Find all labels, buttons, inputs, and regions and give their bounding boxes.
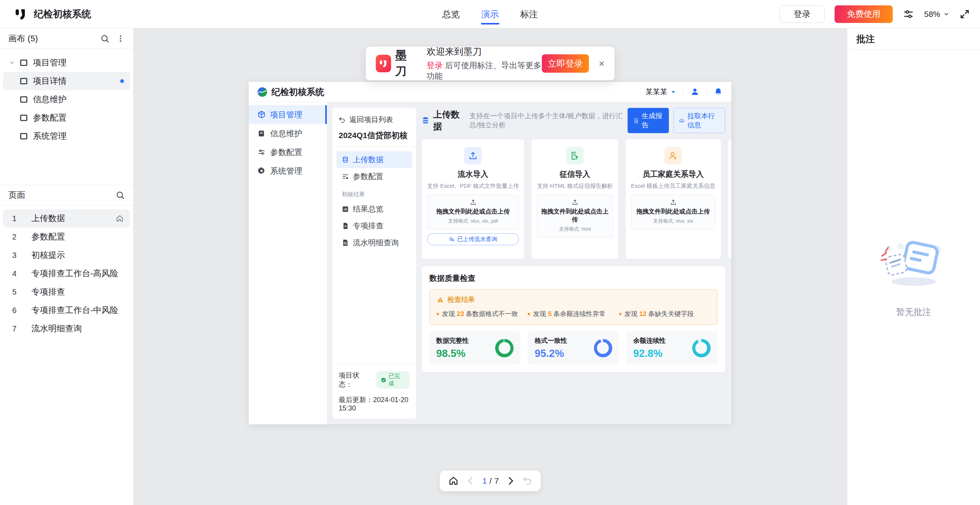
presentation-canvas: 墨刀 欢迎来到墨刀 登录 后可使用标注、导出等更多功能 立即登录 × 纪检初核系… xyxy=(134,28,847,505)
upload-icon xyxy=(572,199,578,205)
issue-item: 发现 23 条数据格式不一致 xyxy=(437,310,528,318)
subnav-result-overview[interactable]: 结果总览 xyxy=(336,200,412,217)
generate-report-button[interactable]: 生成报告 xyxy=(628,108,669,133)
cloud-download-icon xyxy=(679,117,684,124)
dropzone-family[interactable]: 拖拽文件到此处或点击上传 支持格式: xlsx, xls xyxy=(631,195,716,230)
subnav-label: 流水明细查询 xyxy=(353,238,399,248)
comments-title: 批注 xyxy=(847,28,980,50)
tree-item-project-mgmt[interactable]: 项目管理 xyxy=(3,54,130,72)
free-use-button[interactable]: 免费使用 xyxy=(835,5,893,23)
back-to-projects[interactable]: 返回项目列表 xyxy=(339,115,410,125)
page-item-2[interactable]: 2 参数配置 xyxy=(3,228,130,246)
subnav-param-config[interactable]: 参数配置 xyxy=(336,168,412,185)
tree-item-label: 项目详情 xyxy=(33,75,67,87)
tree-item-label: 项目管理 xyxy=(33,57,67,68)
tab-present[interactable]: 演示 xyxy=(481,0,499,28)
nav-info-maint[interactable]: 信息维护 xyxy=(249,124,327,143)
current-page: 1 xyxy=(482,476,487,485)
subnav-label: 专项排查 xyxy=(353,221,383,231)
tree-item-project-detail[interactable]: 项目详情 xyxy=(3,72,130,90)
metric-label: 数据完整性 xyxy=(436,336,469,345)
nav-sys-mgmt[interactable]: 系统管理 xyxy=(249,161,327,180)
page-item-5[interactable]: 5 专项排查 xyxy=(3,283,130,301)
dropzone-flow[interactable]: 拖拽文件到此处或点击上传 支持格式: xlsx, xls, pdf xyxy=(427,195,519,230)
nav-param-config[interactable]: 参数配置 xyxy=(249,143,327,161)
fullscreen-icon[interactable] xyxy=(959,9,970,20)
tab-overview[interactable]: 总览 xyxy=(442,0,460,28)
home-icon[interactable] xyxy=(448,476,459,486)
login-button[interactable]: 登录 xyxy=(779,5,825,23)
data-quality-section: 数据质量检查 检查结果 发现 23 条数据格式不一致 发现 5 条余额连续性异常… xyxy=(422,266,725,372)
back-label: 返回项目列表 xyxy=(349,115,393,125)
next-page-icon[interactable] xyxy=(505,476,515,486)
page-number: 6 xyxy=(12,306,25,315)
page-label: 专项排查工作台-中风险 xyxy=(31,305,118,316)
content-title: 上传数据 xyxy=(433,109,463,132)
chevron-down-icon xyxy=(9,60,15,66)
user-menu[interactable]: 某某某 xyxy=(646,87,676,97)
content-desc: 支持在一个项目中上传多个主体/账户数据，进行汇总/独立分析 xyxy=(470,111,628,130)
login-link[interactable]: 登录 xyxy=(427,61,443,70)
page-number: 7 xyxy=(12,324,25,333)
dropzone-credit[interactable]: 拖拽文件到此处或点击上传 支持格式: html xyxy=(537,195,613,238)
home-icon xyxy=(116,214,124,223)
card-title: 流水导入 xyxy=(427,169,519,179)
search-icon[interactable] xyxy=(116,191,125,200)
subnav-flow-detail[interactable]: 流水明细查询 xyxy=(336,234,412,251)
metric-data-completeness: 数据完整性 98.5% xyxy=(429,331,520,365)
database-icon xyxy=(422,116,429,125)
page-item-4[interactable]: 4 专项排查工作台-高风险 xyxy=(3,264,130,283)
status-label: 项目状态： xyxy=(339,371,372,389)
page-label: 上传数据 xyxy=(31,213,65,224)
quality-title: 数据质量检查 xyxy=(429,273,717,283)
replay-icon[interactable] xyxy=(522,476,532,486)
tab-annotate[interactable]: 标注 xyxy=(520,0,538,28)
page-item-1[interactable]: 1 上传数据 xyxy=(3,209,130,228)
uploaded-flow-query-button[interactable]: 已上传流水查询 xyxy=(427,233,519,245)
preferences-icon[interactable] xyxy=(903,8,914,20)
tree-item-sys-mgmt[interactable]: 系统管理 xyxy=(3,127,130,145)
dropzone-formats: 支持格式: xlsx, xls, pdf xyxy=(430,218,516,225)
comments-panel: 批注 xyxy=(847,28,980,505)
dropzone-text: 拖拽文件到此处或点击上传 xyxy=(634,208,713,216)
banner-subtitle: 登录 后可使用标注、导出等更多功能 xyxy=(427,60,542,81)
search-icon[interactable] xyxy=(100,34,109,43)
pages-list: 1 上传数据 2 参数配置 3 初核提示 4 专项排查工作台-高风险 5 专项排… xyxy=(0,205,133,342)
tree-item-label: 系统管理 xyxy=(33,130,67,142)
fetch-bank-info-label: 拉取本行信息 xyxy=(687,111,719,130)
login-now-button[interactable]: 立即登录 xyxy=(542,54,589,73)
page-number: 2 xyxy=(12,233,25,241)
subnav-special-check[interactable]: 专项排查 xyxy=(336,217,412,234)
close-icon[interactable]: × xyxy=(599,58,605,70)
generate-report-label: 生成报告 xyxy=(642,111,663,130)
more-menu-icon[interactable] xyxy=(116,34,125,43)
subnav-upload-data[interactable]: 上传数据 xyxy=(336,151,412,168)
preview-sidebar: 项目管理 信息维护 参数配置 系统管理 xyxy=(249,102,327,424)
prev-page-icon[interactable] xyxy=(466,476,476,486)
design-preview-frame: 纪检初核系统 某某某 项目管理 信息 xyxy=(249,82,731,424)
tree-item-param-config[interactable]: 参数配置 xyxy=(3,109,130,127)
page-item-3[interactable]: 3 初核提示 xyxy=(3,246,130,264)
metric-format-consistency: 格式一致性 95.2% xyxy=(528,331,619,365)
dropzone-formats: 支持格式: html xyxy=(540,226,610,233)
zoom-control[interactable]: 58% xyxy=(924,10,949,19)
topbar: 纪检初核系统 总览 演示 标注 登录 免费使用 58% xyxy=(0,0,980,28)
mode-tabs: 总览 演示 标注 xyxy=(442,0,538,28)
bell-icon[interactable] xyxy=(714,87,723,96)
cube-icon xyxy=(258,111,266,119)
nav-label: 信息维护 xyxy=(270,128,302,139)
document-upload-icon xyxy=(566,147,584,165)
zoom-level: 58% xyxy=(924,10,940,19)
page-item-6[interactable]: 6 专项排查工作台-中风险 xyxy=(3,301,130,319)
nav-project-mgmt[interactable]: 项目管理 xyxy=(249,105,327,124)
nav-label: 系统管理 xyxy=(270,166,302,176)
page-label: 流水明细查询 xyxy=(31,323,82,334)
user-add-icon xyxy=(664,147,682,165)
mockingbot-logo-icon xyxy=(15,8,28,21)
user-icon[interactable] xyxy=(690,87,700,96)
tree-item-info-maint[interactable]: 信息维护 xyxy=(3,90,130,109)
page-item-7[interactable]: 7 流水明细查询 xyxy=(3,319,130,338)
metric-value: 95.2% xyxy=(535,348,567,360)
page-navigator: 1 / 7 xyxy=(440,471,541,491)
fetch-bank-info-button[interactable]: 拉取本行信息 xyxy=(673,108,725,133)
